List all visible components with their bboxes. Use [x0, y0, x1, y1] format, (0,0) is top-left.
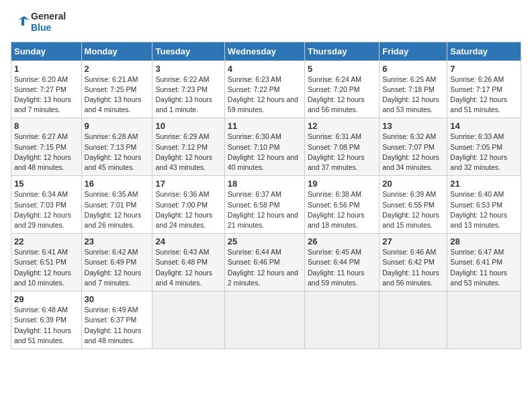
daylight: Daylight: 12 hours and 43 minutes.	[155, 153, 212, 171]
sunset: Sunset: 6:41 PM	[450, 258, 502, 266]
sunset: Sunset: 6:49 PM	[85, 258, 137, 266]
daylight: Daylight: 12 hours and 10 minutes.	[14, 269, 71, 287]
day-number: 6	[382, 64, 444, 74]
calendar-cell: 23Sunrise: 6:42 AMSunset: 6:49 PMDayligh…	[81, 234, 152, 291]
calendar-cell: 2Sunrise: 6:21 AMSunset: 7:25 PMDaylight…	[81, 60, 152, 118]
sunrise: Sunrise: 6:39 AM	[382, 190, 436, 198]
calendar-cell: 18Sunrise: 6:37 AMSunset: 6:58 PMDayligh…	[224, 176, 304, 234]
daylight: Daylight: 12 hours and 56 minutes.	[308, 95, 365, 113]
daylight: Daylight: 12 hours and 53 minutes.	[382, 95, 439, 113]
sunset: Sunset: 7:20 PM	[308, 85, 360, 93]
sunset: Sunset: 7:13 PM	[85, 143, 137, 151]
daylight: Daylight: 12 hours and 18 minutes.	[308, 211, 365, 229]
sunset: Sunset: 6:44 PM	[308, 258, 360, 266]
daylight: Daylight: 12 hours and 7 minutes.	[85, 269, 142, 287]
sunrise: Sunrise: 6:47 AM	[450, 248, 504, 256]
calendar-cell: 28Sunrise: 6:47 AMSunset: 6:41 PMDayligh…	[447, 234, 521, 291]
day-number: 7	[450, 64, 518, 74]
daylight: Daylight: 12 hours and 29 minutes.	[14, 211, 71, 229]
day-number: 14	[450, 121, 518, 131]
daylight: Daylight: 11 hours and 48 minutes.	[85, 326, 142, 345]
calendar-cell: 8Sunrise: 6:27 AMSunset: 7:15 PMDaylight…	[11, 118, 82, 176]
day-number: 30	[85, 294, 150, 304]
daylight: Daylight: 12 hours and 45 minutes.	[85, 153, 142, 171]
sunrise: Sunrise: 6:46 AM	[382, 248, 436, 256]
sunrise: Sunrise: 6:30 AM	[228, 132, 281, 140]
sunrise: Sunrise: 6:45 AM	[308, 248, 361, 256]
calendar-cell	[224, 291, 304, 349]
sunrise: Sunrise: 6:38 AM	[308, 190, 361, 198]
sunset: Sunset: 7:27 PM	[14, 85, 66, 93]
calendar-cell: 11Sunrise: 6:30 AMSunset: 7:10 PMDayligh…	[224, 118, 304, 176]
day-number: 4	[228, 64, 302, 74]
day-number: 20	[382, 179, 444, 189]
column-header-monday: Monday	[81, 42, 152, 60]
logo-container: General Blue	[11, 11, 66, 34]
sunrise: Sunrise: 6:27 AM	[14, 132, 68, 140]
sunset: Sunset: 7:07 PM	[382, 143, 435, 151]
sunrise: Sunrise: 6:25 AM	[382, 75, 436, 83]
sunset: Sunset: 6:42 PM	[382, 258, 435, 266]
sunset: Sunset: 7:22 PM	[228, 85, 280, 93]
week-row-2: 8Sunrise: 6:27 AMSunset: 7:15 PMDaylight…	[11, 118, 521, 176]
day-number: 13	[382, 121, 444, 131]
daylight: Daylight: 12 hours and 15 minutes.	[382, 211, 439, 229]
day-number: 29	[14, 294, 79, 304]
daylight: Daylight: 13 hours and 1 minute.	[155, 95, 212, 113]
calendar-cell: 26Sunrise: 6:45 AMSunset: 6:44 PMDayligh…	[304, 234, 379, 291]
svg-marker-0	[17, 16, 30, 26]
daylight: Daylight: 12 hours and 13 minutes.	[450, 211, 507, 229]
daylight: Daylight: 12 hours and 37 minutes.	[308, 153, 365, 171]
sunrise: Sunrise: 6:31 AM	[308, 132, 361, 140]
calendar-cell: 16Sunrise: 6:35 AMSunset: 7:01 PMDayligh…	[81, 176, 152, 234]
sunrise: Sunrise: 6:26 AM	[450, 75, 504, 83]
week-row-4: 22Sunrise: 6:41 AMSunset: 6:51 PMDayligh…	[11, 234, 521, 291]
column-header-thursday: Thursday	[304, 42, 379, 60]
daylight: Daylight: 12 hours and 21 minutes.	[228, 211, 298, 229]
daylight: Daylight: 11 hours and 56 minutes.	[382, 269, 439, 287]
calendar-cell: 19Sunrise: 6:38 AMSunset: 6:56 PMDayligh…	[304, 176, 379, 234]
column-header-wednesday: Wednesday	[224, 42, 304, 60]
daylight: Daylight: 13 hours and 4 minutes.	[85, 95, 142, 113]
sunrise: Sunrise: 6:49 AM	[85, 306, 138, 314]
daylight: Daylight: 12 hours and 48 minutes.	[14, 153, 71, 171]
daylight: Daylight: 12 hours and 51 minutes.	[450, 95, 507, 113]
sunset: Sunset: 6:55 PM	[382, 201, 435, 209]
column-header-friday: Friday	[380, 42, 447, 60]
day-number: 8	[14, 121, 79, 131]
sunset: Sunset: 7:18 PM	[382, 85, 435, 93]
sunset: Sunset: 7:17 PM	[450, 85, 502, 93]
week-row-5: 29Sunrise: 6:48 AMSunset: 6:39 PMDayligh…	[11, 291, 521, 349]
sunset: Sunset: 6:53 PM	[450, 201, 502, 209]
calendar-cell: 20Sunrise: 6:39 AMSunset: 6:55 PMDayligh…	[380, 176, 447, 234]
calendar-cell: 7Sunrise: 6:26 AMSunset: 7:17 PMDaylight…	[447, 60, 521, 118]
day-number: 9	[85, 121, 150, 131]
sunset: Sunset: 7:15 PM	[14, 143, 66, 151]
day-number: 25	[228, 236, 302, 246]
sunset: Sunset: 6:46 PM	[228, 258, 280, 266]
sunset: Sunset: 6:56 PM	[308, 201, 360, 209]
daylight: Daylight: 12 hours and 4 minutes.	[155, 269, 212, 287]
calendar-cell: 25Sunrise: 6:44 AMSunset: 6:46 PMDayligh…	[224, 234, 304, 291]
column-header-sunday: Sunday	[11, 42, 82, 60]
calendar-cell: 15Sunrise: 6:34 AMSunset: 7:03 PMDayligh…	[11, 176, 82, 234]
week-row-1: 1Sunrise: 6:20 AMSunset: 7:27 PMDaylight…	[11, 60, 521, 118]
calendar-cell: 10Sunrise: 6:29 AMSunset: 7:12 PMDayligh…	[152, 118, 224, 176]
sunrise: Sunrise: 6:44 AM	[228, 248, 281, 256]
day-number: 27	[382, 236, 444, 246]
day-number: 5	[308, 64, 376, 74]
day-number: 11	[228, 121, 302, 131]
daylight: Daylight: 12 hours and 34 minutes.	[382, 153, 439, 171]
column-header-tuesday: Tuesday	[152, 42, 224, 60]
day-number: 10	[155, 121, 221, 131]
calendar-cell: 30Sunrise: 6:49 AMSunset: 6:37 PMDayligh…	[81, 291, 152, 349]
day-number: 3	[155, 64, 221, 74]
day-number: 22	[14, 236, 79, 246]
day-number: 15	[14, 179, 79, 189]
sunrise: Sunrise: 6:36 AM	[155, 190, 209, 198]
day-number: 21	[450, 179, 518, 189]
calendar-cell: 27Sunrise: 6:46 AMSunset: 6:42 PMDayligh…	[380, 234, 447, 291]
day-number: 1	[14, 64, 79, 74]
sunrise: Sunrise: 6:24 AM	[308, 75, 361, 83]
sunset: Sunset: 7:05 PM	[450, 143, 502, 151]
